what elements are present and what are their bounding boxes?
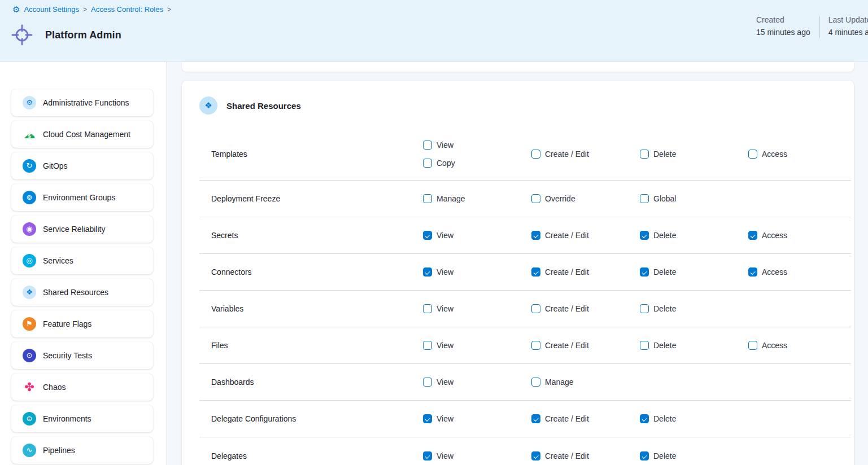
resource-label: Dashboards	[199, 378, 423, 387]
permission-create-edit[interactable]: Create / Edit	[531, 451, 640, 460]
permission-create-edit[interactable]: Create / Edit	[531, 231, 640, 240]
permission-access[interactable]: Access	[748, 150, 851, 159]
checkbox-checked[interactable]	[531, 231, 540, 240]
permission-view[interactable]: View	[423, 378, 531, 387]
permission-view[interactable]: View	[423, 304, 531, 313]
permission-view[interactable]: View	[423, 267, 531, 277]
checkbox-unchecked[interactable]	[531, 378, 540, 387]
permission-view[interactable]: View	[423, 231, 531, 240]
checkbox-unchecked[interactable]	[640, 341, 649, 350]
sidebar-item-environment-groups[interactable]: ⊚ Environment Groups	[11, 184, 153, 211]
permission-delete[interactable]: Delete	[640, 231, 748, 240]
checkbox-checked[interactable]	[423, 414, 432, 423]
permission-override[interactable]: Override	[531, 194, 640, 203]
permission-access[interactable]: Access	[748, 231, 851, 240]
permission-delete[interactable]: Delete	[640, 150, 748, 159]
checkbox-checked[interactable]	[640, 267, 649, 277]
sidebar-item-chaos[interactable]: ✤ Chaos	[11, 374, 153, 401]
permission-access[interactable]: Access	[748, 341, 851, 350]
permission-cell: View	[423, 378, 531, 387]
permission-delete[interactable]: Delete	[640, 341, 748, 350]
checkbox-checked[interactable]	[423, 267, 432, 277]
permission-create-edit[interactable]: Create / Edit	[531, 150, 640, 159]
sidebar-item-label: Environments	[43, 414, 91, 423]
permission-cell: View	[423, 304, 531, 313]
permission-delete[interactable]: Delete	[640, 414, 748, 423]
permission-row-delegate-configurations: Delegate Configurations ViewCreate / Edi…	[199, 401, 851, 437]
sidebar-item-shared-resources[interactable]: ❖ Shared Resources	[11, 279, 153, 306]
permission-cell: Access	[748, 231, 851, 240]
checkbox-label: View	[437, 341, 453, 350]
checkbox-unchecked[interactable]	[423, 194, 432, 203]
permission-manage[interactable]: Manage	[531, 378, 640, 387]
checkbox-checked[interactable]	[423, 231, 432, 240]
checkbox-unchecked[interactable]	[423, 141, 432, 150]
section-header: ❖ Shared Resources	[182, 81, 854, 128]
created-value: 15 minutes ago	[756, 28, 810, 37]
sidebar-item-environments[interactable]: ⊜ Environments	[11, 405, 153, 432]
permission-create-edit[interactable]: Create / Edit	[531, 267, 640, 277]
checkbox-unchecked[interactable]	[531, 304, 540, 313]
permission-delete[interactable]: Delete	[640, 267, 748, 277]
checkbox-checked[interactable]	[531, 414, 540, 423]
permission-view[interactable]: View	[423, 451, 531, 460]
breadcrumb-access-control-roles[interactable]: Access Control: Roles	[91, 5, 163, 14]
permission-access[interactable]: Access	[748, 267, 851, 277]
sidebar-item-label: Chaos	[43, 383, 66, 392]
checkbox-checked[interactable]	[748, 231, 757, 240]
breadcrumb-separator: >	[167, 6, 171, 14]
checkbox-unchecked[interactable]	[640, 150, 649, 159]
checkbox-checked[interactable]	[423, 451, 432, 460]
resource-label: Variables	[199, 304, 423, 313]
last-updated-value: 4 minutes ago	[828, 28, 868, 37]
checkbox-label: View	[437, 414, 453, 423]
checkbox-label: Delete	[653, 150, 676, 159]
checkbox-label: Delete	[653, 304, 676, 313]
sidebar-item-pipelines[interactable]: ∿ Pipelines	[11, 437, 153, 464]
checkbox-checked[interactable]	[640, 414, 649, 423]
permission-delete[interactable]: Delete	[640, 451, 748, 460]
checkbox-unchecked[interactable]	[748, 150, 757, 159]
sidebar-item-feature-flags[interactable]: ⚑ Feature Flags	[11, 310, 153, 337]
permission-cell: Create / Edit	[531, 150, 640, 159]
sidebar-item-administrative-functions[interactable]: ⚙ Administrative Functions	[11, 89, 153, 116]
permission-view[interactable]: View	[423, 341, 531, 350]
permission-delete[interactable]: Delete	[640, 304, 748, 313]
checkbox-unchecked[interactable]	[423, 378, 432, 387]
sidebar-item-gitops[interactable]: ↻ GitOps	[11, 152, 153, 179]
checkbox-checked[interactable]	[640, 451, 649, 460]
sidebar-item-security-tests[interactable]: ⊙ Security Tests	[11, 342, 153, 369]
checkbox-unchecked[interactable]	[640, 194, 649, 203]
checkbox-unchecked[interactable]	[531, 341, 540, 350]
checkbox-unchecked[interactable]	[748, 341, 757, 350]
permission-view[interactable]: View	[423, 141, 531, 150]
breadcrumb-account-settings[interactable]: Account Settings	[24, 5, 79, 14]
sidebar-item-label: Administrative Functions	[43, 98, 129, 107]
permission-row-files: Files ViewCreate / EditDeleteAccess	[199, 327, 851, 364]
permission-manage[interactable]: Manage	[423, 194, 531, 203]
checkbox-unchecked[interactable]	[531, 194, 540, 203]
permission-create-edit[interactable]: Create / Edit	[531, 304, 640, 313]
checkbox-checked[interactable]	[640, 231, 649, 240]
permission-cell: View	[423, 341, 531, 350]
permission-create-edit[interactable]: Create / Edit	[531, 414, 640, 423]
sidebar-item-service-reliability[interactable]: ◉ Service Reliability	[11, 216, 153, 243]
permission-copy[interactable]: Copy	[423, 159, 531, 168]
checkbox-unchecked[interactable]	[423, 159, 432, 168]
checkbox-unchecked[interactable]	[640, 304, 649, 313]
permission-create-edit[interactable]: Create / Edit	[531, 341, 640, 350]
checkbox-unchecked[interactable]	[531, 150, 540, 159]
checkbox-checked[interactable]	[748, 267, 757, 277]
checkbox-checked[interactable]	[531, 451, 540, 460]
sidebar-item-services[interactable]: ◎ Services	[11, 247, 153, 274]
permission-cell: Delete	[640, 414, 748, 423]
permission-cell: Delete	[640, 304, 748, 313]
permission-global[interactable]: Global	[640, 194, 748, 203]
checkbox-unchecked[interactable]	[423, 341, 432, 350]
checkbox-unchecked[interactable]	[423, 304, 432, 313]
sidebar-item-cloud-cost-management[interactable]: ☁$ Cloud Cost Management	[11, 121, 153, 148]
checkbox-checked[interactable]	[531, 267, 540, 277]
permission-cell: View	[423, 267, 531, 277]
permission-cell: Create / Edit	[531, 304, 640, 313]
permission-view[interactable]: View	[423, 414, 531, 423]
